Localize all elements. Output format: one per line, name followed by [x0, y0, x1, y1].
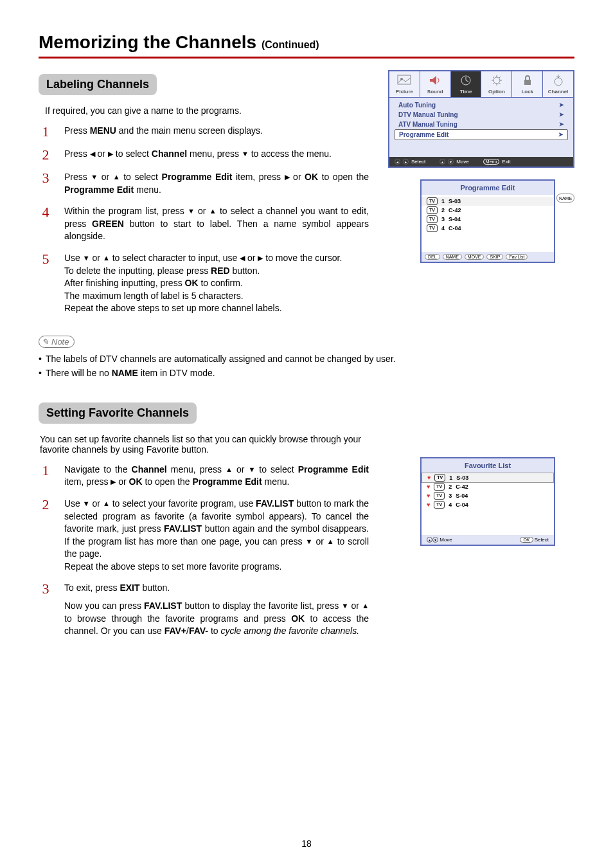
left-arrow-icon: ◀	[90, 149, 95, 159]
osd-tab-option[interactable]: Option	[481, 71, 512, 97]
down-arrow-icon: ▼	[306, 537, 313, 547]
t: item, press	[232, 172, 284, 182]
osd-tab-picture[interactable]: Picture	[389, 71, 420, 97]
tv-badge: TV	[434, 492, 445, 500]
pe-favlist-button[interactable]: Fav.List	[506, 254, 528, 260]
heart-icon: ♥	[427, 493, 430, 499]
bold-programme-edit: Programme Edit	[298, 464, 369, 475]
step-number: 2	[39, 498, 53, 574]
fav-row[interactable]: ♥TV4C-04	[422, 500, 554, 509]
footer-select: Select	[411, 159, 425, 165]
fav-row[interactable]: ♥TV3S-04	[422, 491, 554, 500]
osd-menu: Picture Sound Time Option Lock Channel A…	[388, 70, 574, 168]
pe-row[interactable]: TV1S-03	[422, 197, 554, 206]
pe-skip-button[interactable]: SKIP	[486, 254, 503, 260]
step-4: 4 Within the program list, press ▼ or ▲ …	[39, 205, 369, 243]
osd-tab-channel[interactable]: Channel	[543, 71, 573, 97]
pe-num: 2	[441, 207, 445, 213]
labeling-channels-heading: Labeling Channels	[39, 74, 157, 95]
nav-down-icon: ▾	[432, 537, 438, 543]
t: menu.	[262, 476, 290, 487]
bold-programme-edit: Programme Edit	[192, 476, 262, 487]
t: to open the	[318, 172, 369, 182]
pe-ch: C-42	[449, 207, 461, 213]
svg-point-5	[555, 78, 562, 86]
t: After finishing inputting, press	[64, 278, 185, 288]
pe-row[interactable]: TV2C-42	[422, 206, 554, 215]
fav-ch: S-04	[456, 493, 468, 499]
t: to browse through the favorite programs …	[64, 613, 291, 624]
note-item: The labels of DTV channels are automatic…	[39, 352, 574, 366]
favorite-intro: You can set up favorite channels list so…	[40, 434, 369, 455]
t: to open the	[143, 476, 193, 487]
osd-item-atv-manual[interactable]: ATV Manual Tuning➤	[395, 120, 568, 129]
t: or	[233, 464, 249, 475]
t: Repeat the above steps to set up more ch…	[64, 302, 369, 315]
fav-row[interactable]: ♥TV2C-42	[422, 482, 554, 491]
note-list: The labels of DTV channels are automatic…	[39, 352, 574, 381]
osd-item-dtv-manual[interactable]: DTV Manual Tuning➤	[395, 110, 568, 120]
item-label: Auto Tuning	[398, 102, 436, 109]
note-badge: ✎ Note	[39, 336, 75, 348]
nav-up-icon: ▴	[440, 159, 445, 165]
pe-move-button[interactable]: MOVE	[465, 254, 484, 260]
t: menu, press	[187, 149, 242, 159]
step-number: 1	[39, 464, 53, 489]
up-arrow-icon: ▲	[362, 601, 369, 611]
fav-ch: S-03	[456, 475, 468, 481]
step-number: 2	[39, 148, 53, 162]
fav-row[interactable]: ♥TV1S-03	[422, 473, 554, 483]
item-label: DTV Manual Tuning	[398, 111, 458, 118]
osd-tab-lock[interactable]: Lock	[512, 71, 543, 97]
title-rule	[39, 57, 574, 59]
t: or	[348, 601, 362, 611]
pe-row[interactable]: TV3S-04	[422, 215, 554, 224]
nav-right-icon: ▸	[403, 159, 409, 165]
pe-ch: S-03	[449, 198, 461, 204]
osd-footer: ◂▸ Select ▴▾ Move Menu Exit	[389, 157, 573, 167]
t: to confirm.	[199, 278, 243, 288]
ok-pill: OK	[520, 537, 533, 543]
t: to select	[255, 464, 298, 475]
t: to select	[120, 172, 162, 182]
tv-badge: TV	[427, 197, 438, 205]
bold-ok: OK	[291, 613, 305, 624]
bold-channel: Channel	[152, 149, 187, 159]
t: menu.	[134, 185, 161, 195]
t: Press	[64, 125, 90, 136]
osd-item-auto-tuning[interactable]: Auto Tuning➤	[395, 100, 568, 110]
page-title: Memorizing the Channels (Continued)	[39, 32, 574, 53]
fav-step-2: 2 Use ▼ or ▲ to select your favorite pro…	[39, 498, 369, 574]
bold-red: RED	[211, 266, 230, 276]
channel-icon	[550, 74, 567, 87]
down-arrow-icon: ▼	[341, 601, 348, 611]
svg-point-3	[493, 77, 500, 84]
bold-channel: Channel	[132, 464, 167, 475]
footer-exit: Exit	[502, 159, 510, 165]
pe-row[interactable]: TV4C-04	[422, 224, 554, 233]
pe-del-button[interactable]: DEL	[425, 254, 440, 260]
tab-label: Sound	[427, 89, 443, 95]
tv-badge: TV	[427, 224, 438, 232]
italic-cycle: cycle among the favorite channels.	[220, 626, 359, 636]
up-arrow-icon: ▲	[209, 206, 217, 216]
t: item, press	[64, 476, 111, 487]
pe-name-callout: NAME	[556, 194, 574, 203]
t: Repeat the above steps to set more favor…	[64, 561, 369, 574]
t: button.	[140, 583, 170, 593]
bold-programme-edit: Programme Edit	[64, 185, 134, 195]
osd-tab-sound[interactable]: Sound	[420, 71, 451, 97]
t: or	[290, 172, 305, 182]
pe-name-button[interactable]: NAME	[443, 254, 462, 260]
title-suffix: (Continued)	[262, 39, 319, 50]
t: There will be no	[46, 368, 112, 378]
osd-tabs: Picture Sound Time Option Lock Channel	[389, 71, 573, 98]
up-arrow-icon: ▲	[103, 253, 110, 263]
osd-item-programme-edit[interactable]: Programme Edit➤	[395, 129, 568, 140]
osd-tab-time[interactable]: Time	[451, 71, 482, 97]
t: and the main menu screen displays.	[116, 125, 263, 136]
bold-ok: OK	[129, 476, 143, 487]
bold-name: NAME	[112, 368, 138, 378]
tab-label: Time	[460, 89, 472, 95]
bold-favlist: FAV.LIST	[144, 601, 182, 611]
